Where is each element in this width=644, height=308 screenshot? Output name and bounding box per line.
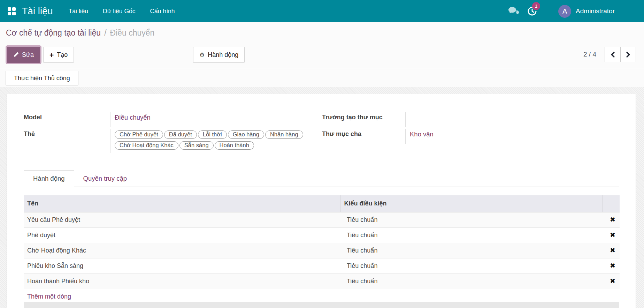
- field-folder-field-value[interactable]: [405, 112, 619, 127]
- tag-pill[interactable]: Đã duyệt: [164, 130, 197, 139]
- tag-pill[interactable]: Hoàn thành: [215, 141, 254, 150]
- top-menu-item[interactable]: Cấu hình: [143, 0, 182, 22]
- cell-name: Yêu cầu Phê duyệt: [24, 212, 340, 227]
- cell-delete: ✖: [602, 227, 620, 243]
- activity-badge: 1: [532, 2, 540, 10]
- top-menu-item[interactable]: Tài liệu: [61, 0, 95, 22]
- plus-icon: +: [49, 51, 54, 59]
- tab-inactive[interactable]: Quyền truy cập: [74, 171, 136, 187]
- field-parent-folder-label: Thư mục cha: [322, 129, 405, 144]
- cell-delete: ✖: [602, 273, 620, 289]
- cell-name: Phiếu kho Sẵn sàng: [24, 258, 340, 273]
- cell-condition: Tiêu chuẩn: [340, 243, 602, 258]
- top-menu-item[interactable]: Dữ liệu Gốc: [95, 0, 143, 22]
- breadcrumb: Cơ chế tự động tạo tài liệu / Điều chuyể…: [0, 22, 644, 43]
- form-column-left: Model Điều chuyển Thẻ Chờ Phê duyệtĐã du…: [24, 112, 315, 155]
- table-body: Yêu cầu Phê duyệtTiêu chuẩn✖Phê duyệtTiê…: [24, 212, 620, 304]
- notebook-tabs: Hành độngQuyền truy cập: [24, 170, 619, 187]
- bottom-scroll-strip[interactable]: [24, 302, 619, 308]
- cell-name: Phê duyệt: [24, 227, 340, 243]
- field-tags: Thẻ Chờ Phê duyệtĐã duyệtLỗi thờiGiao hà…: [24, 129, 315, 153]
- cell-condition: Tiêu chuẩn: [340, 258, 602, 273]
- field-tags-label: Thẻ: [24, 129, 110, 153]
- messages-button[interactable]: [505, 0, 521, 22]
- tab-active[interactable]: Hành động: [24, 170, 74, 187]
- run-manually-button[interactable]: Thực hiện Thủ công: [6, 71, 78, 85]
- form-fields: Model Điều chuyển Thẻ Chờ Phê duyệtĐã du…: [24, 112, 619, 155]
- tag-pill[interactable]: Nhận hàng: [265, 130, 303, 139]
- tag-pill[interactable]: Giao hàng: [228, 130, 264, 139]
- pager: 2 / 4: [583, 47, 636, 62]
- chevron-right-icon: [626, 52, 630, 58]
- field-model-value-link[interactable]: Điều chuyển: [115, 114, 151, 121]
- column-header-delete: [602, 195, 620, 212]
- action-menu-button[interactable]: ⚙ Hành động: [193, 47, 245, 63]
- top-navbar: Tài liệu Tài liệuDữ liệu GốcCấu hình 1 A…: [0, 0, 644, 22]
- tags-list: Chờ Phê duyệtĐã duyệtLỗi thờiGiao hàngNh…: [115, 130, 315, 152]
- cell-name: Hoàn thành Phiếu kho: [24, 273, 340, 289]
- delete-row-icon[interactable]: ✖: [610, 216, 615, 223]
- column-header-name[interactable]: Tên: [24, 195, 340, 212]
- breadcrumb-separator: /: [104, 28, 106, 38]
- delete-row-icon[interactable]: ✖: [610, 277, 615, 285]
- statusbar: Thực hiện Thủ công: [0, 69, 644, 87]
- cell-delete: ✖: [602, 243, 620, 258]
- tag-pill[interactable]: Chờ Phê duyệt: [115, 130, 163, 139]
- actions-table: Tên Kiểu điều kiện Yêu cầu Phê duyệtTiêu…: [24, 195, 620, 304]
- cell-condition: Tiêu chuẩn: [340, 212, 602, 227]
- chevron-left-icon: [611, 52, 615, 58]
- control-panel: Sửa + Tạo ⚙ Hành động 2 / 4: [0, 43, 644, 68]
- table-row[interactable]: Yêu cầu Phê duyệtTiêu chuẩn✖: [24, 212, 620, 227]
- field-model: Model Điều chuyển: [24, 112, 315, 127]
- cell-delete: ✖: [602, 212, 620, 227]
- top-menu: Tài liệuDữ liệu GốcCấu hình: [61, 0, 182, 22]
- field-folder-field: Trường tạo thư mục: [322, 112, 619, 127]
- field-model-label: Model: [24, 112, 110, 127]
- delete-row-icon[interactable]: ✖: [610, 247, 615, 254]
- pencil-icon: [13, 52, 19, 58]
- tag-pill[interactable]: Lỗi thời: [198, 130, 227, 139]
- activity-button[interactable]: 1: [524, 0, 540, 22]
- table-row[interactable]: Phê duyệtTiêu chuẩn✖: [24, 227, 620, 243]
- table-row[interactable]: Hoàn thành Phiếu khoTiêu chuẩn✖: [24, 273, 620, 289]
- user-name[interactable]: Administrator: [576, 7, 615, 15]
- field-parent-folder-value-link[interactable]: Kho vận: [410, 130, 434, 138]
- cell-delete: ✖: [602, 258, 620, 273]
- delete-row-icon[interactable]: ✖: [610, 231, 615, 239]
- app-brand[interactable]: Tài liệu: [22, 6, 53, 17]
- form-column-right: Trường tạo thư mục Thư mục cha Kho vận: [322, 112, 619, 155]
- gear-icon: ⚙: [199, 52, 205, 58]
- cell-condition: Tiêu chuẩn: [340, 227, 602, 243]
- column-header-condition[interactable]: Kiểu điều kiện: [340, 195, 602, 212]
- tag-pill[interactable]: Chờ Hoạt động Khác: [115, 141, 178, 150]
- table-header-row: Tên Kiểu điều kiện: [24, 195, 620, 212]
- navbar-right: 1 A Administrator: [505, 0, 644, 22]
- form-sheet: Model Điều chuyển Thẻ Chờ Phê duyệtĐã du…: [7, 94, 636, 308]
- pager-value: 2 / 4: [583, 51, 596, 58]
- pager-next-button[interactable]: [620, 47, 636, 62]
- table-row[interactable]: Chờ Hoạt động KhácTiêu chuẩn✖: [24, 243, 620, 258]
- table-row[interactable]: Phiếu kho Sẵn sàngTiêu chuẩn✖: [24, 258, 620, 273]
- cell-name: Chờ Hoạt động Khác: [24, 243, 340, 258]
- edit-button[interactable]: Sửa: [7, 47, 40, 63]
- apps-grid-icon[interactable]: [8, 7, 16, 15]
- field-parent-folder: Thư mục cha Kho vận: [322, 129, 619, 144]
- breadcrumb-current: Điều chuyển: [110, 28, 155, 38]
- delete-row-icon[interactable]: ✖: [610, 262, 615, 269]
- create-button[interactable]: + Tạo: [43, 47, 74, 63]
- user-avatar[interactable]: A: [558, 5, 571, 18]
- chat-bubbles-icon: [508, 7, 519, 16]
- pager-previous-button[interactable]: [605, 47, 620, 62]
- breadcrumb-parent-link[interactable]: Cơ chế tự động tạo tài liệu: [6, 28, 101, 38]
- tag-pill[interactable]: Sẵn sàng: [179, 141, 214, 150]
- field-folder-field-label: Trường tạo thư mục: [322, 112, 405, 127]
- cell-condition: Tiêu chuẩn: [340, 273, 602, 289]
- content-background: Model Điều chuyển Thẻ Chờ Phê duyệtĐã du…: [0, 87, 644, 308]
